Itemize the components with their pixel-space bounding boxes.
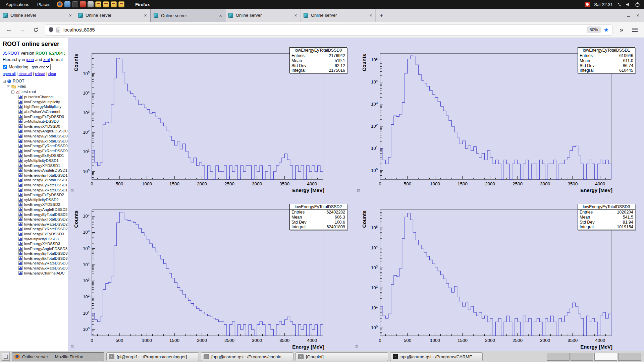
tree-item[interactable]: lowEnergyExTotalDSSD0 <box>18 138 65 143</box>
tab-close-icon[interactable]: × <box>144 13 147 18</box>
tree-item[interactable]: lowEnergyAngleEDSSD3 <box>18 246 65 251</box>
json-link[interactable]: json <box>26 57 34 62</box>
browser-tab[interactable]: Online server× <box>150 9 225 22</box>
tree-item[interactable]: lowEnergyExEyDSSD3 <box>18 232 65 237</box>
open-all-link[interactable]: open all <box>3 72 16 76</box>
tree-item[interactable]: lowEnergyExEyDSSD1 <box>18 153 65 158</box>
resize-handle[interactable] <box>357 189 360 192</box>
stats-box[interactable]: lowEnergyEyTotalDSSD1Entries610646Mean61… <box>578 47 635 73</box>
tree-item[interactable]: lowEnergyExTotalDSSD2 <box>18 217 65 222</box>
url-bar[interactable]: localhost:8085 80% ★ <box>45 24 612 36</box>
tree-item[interactable]: xyMultiplicityDSSD0 <box>18 119 65 124</box>
tree-item[interactable]: lowEnergyExRateDSSD0 <box>18 148 65 154</box>
browser-tab[interactable]: Online server× <box>75 9 150 22</box>
tree-item[interactable]: pulserVsChannel <box>18 95 65 100</box>
close-button[interactable]: × <box>636 13 639 18</box>
tree-item[interactable]: xyMultiplicityDSSD2 <box>18 197 65 202</box>
reload-button[interactable] <box>30 24 42 35</box>
tree-item[interactable]: lowEnergyAngleEDSSD0 <box>18 129 65 134</box>
tab-close-icon[interactable]: × <box>294 13 297 18</box>
launcher-icon[interactable] <box>80 1 86 7</box>
collapse-expander-icon[interactable]: − <box>11 90 14 94</box>
firefox-launcher-icon[interactable] <box>57 1 63 7</box>
tree-root-node[interactable]: − ROOT <box>3 78 65 84</box>
workspace-cell[interactable] <box>571 353 593 361</box>
tree-item[interactable]: lowEnergyXYDSSD0 <box>18 124 65 129</box>
applications-menu[interactable]: Applications <box>2 0 33 9</box>
minimize-button[interactable]: – <box>618 13 621 18</box>
app-menu-button[interactable] <box>629 24 641 35</box>
tree-item[interactable]: lowEnergyExEyDSSD2 <box>18 192 65 197</box>
tree-file-node[interactable]: − test.root <box>3 89 65 95</box>
taskbar-task[interactable]: Online server — Mozilla Firefox <box>12 352 104 361</box>
tree-item[interactable]: lowEnergyExTotalDSSD3 <box>18 256 65 261</box>
back-button[interactable]: ← <box>3 24 15 35</box>
tree-item[interactable]: highEnergyMultiplicity <box>18 104 65 109</box>
volume-icon[interactable] <box>626 2 631 7</box>
overflow-menu-button[interactable]: » <box>616 24 627 35</box>
close-all-link[interactable]: close all <box>19 72 32 76</box>
taskbar-task[interactable]: >_[Gnuplot] <box>296 352 388 361</box>
tree-item[interactable]: lowEnergyExRateDSSD3 <box>18 266 65 271</box>
page-info-icon[interactable] <box>56 27 60 33</box>
files-launcher-icon[interactable] <box>64 1 70 7</box>
power-icon[interactable] <box>635 2 640 7</box>
stats-box[interactable]: lowEnergyEyTotalDSSD2Entries62402282Mean… <box>289 204 347 230</box>
tree-item[interactable]: lowEnergyEyRateDSSD3 <box>18 261 65 266</box>
show-desktop-button[interactable] <box>2 353 10 361</box>
taskbar-task[interactable]: >_[pi@nnrpi1: ~/Programs/caenlogger] <box>106 352 199 361</box>
tracking-shield-icon[interactable] <box>49 27 53 33</box>
tree-item[interactable]: lowEnergyEyTotalDSSD0 <box>18 134 65 139</box>
tree-item[interactable]: lowEnergyExRateDSSD2 <box>18 227 65 232</box>
tree-item[interactable]: lowEnergyEyRateDSSD0 <box>18 143 65 148</box>
launcher-icon[interactable] <box>88 1 94 7</box>
histogram-panel[interactable]: 1001011021031041050500100015002000250030… <box>68 38 356 194</box>
workspace-cell[interactable] <box>618 353 641 361</box>
collapse-expander-icon[interactable]: − <box>7 85 10 88</box>
histogram-panel[interactable]: 1001011021031041050500100015002000250030… <box>356 38 644 194</box>
tree-item[interactable]: absPulserVsChannel <box>18 109 65 114</box>
places-menu[interactable]: Places <box>34 0 54 9</box>
resize-handle[interactable] <box>71 189 73 192</box>
new-tab-button[interactable]: + <box>376 9 387 22</box>
bookmark-star-icon[interactable]: ★ <box>604 26 609 34</box>
launcher-icon[interactable] <box>118 1 124 7</box>
tree-item[interactable]: lowEnergyXYDSSD3 <box>18 241 65 246</box>
tree-item[interactable]: lowEnergyExRateDSSD1 <box>18 187 65 192</box>
stats-box[interactable]: lowEnergyEyTotalDSSD0Entries2176942Mean5… <box>289 47 347 73</box>
tab-close-icon[interactable]: × <box>369 13 372 18</box>
terminal-launcher-icon[interactable] <box>72 1 78 7</box>
tree-item[interactable]: lowEnergyAngleEDSSD2 <box>18 207 65 212</box>
clear-link[interactable]: clear <box>48 72 56 76</box>
histogram-panel[interactable]: 1001011021031041051061070500100015002000… <box>68 194 356 351</box>
tree-item[interactable]: lowEnergyMultiplicity <box>18 100 65 105</box>
screen-record-indicator-icon[interactable] <box>585 2 590 7</box>
monitoring-checkbox[interactable] <box>3 65 7 69</box>
browser-tab[interactable]: Online server× <box>0 9 75 22</box>
tree-item[interactable]: lowEnergyChannelADC <box>18 270 65 276</box>
resize-handle[interactable] <box>71 345 73 348</box>
tree-item[interactable]: xyMultiplicityDSSD1 <box>18 158 65 163</box>
launcher-icon[interactable] <box>95 1 101 7</box>
xml-link[interactable]: xml <box>43 57 50 62</box>
launcher-icon[interactable] <box>103 1 109 7</box>
maximize-button[interactable] <box>627 14 630 17</box>
tree-item[interactable]: lowEnergyXYDSSD2 <box>18 202 65 207</box>
tree-item[interactable]: lowEnergyEyRateDSSD2 <box>18 222 65 227</box>
zoom-indicator[interactable]: 80% <box>587 26 601 33</box>
forward-button[interactable]: → <box>17 24 28 35</box>
workspace-cell[interactable] <box>547 353 570 361</box>
tree-folder-node[interactable]: − Files <box>3 84 65 89</box>
tab-close-icon[interactable]: × <box>69 13 72 18</box>
resize-handle[interactable] <box>356 345 358 348</box>
tree-item[interactable]: lowEnergyExTotalDSSD1 <box>18 178 65 183</box>
tree-item[interactable]: lowEnergyXYDSSD1 <box>18 163 65 168</box>
tree-item[interactable]: lowEnergyEyTotalDSSD1 <box>18 173 65 178</box>
network-icon[interactable] <box>617 2 622 7</box>
collapse-expander-icon[interactable]: − <box>3 80 6 83</box>
taskbar-task[interactable]: >_npg@carme-gsi:~/Programs/CARME... <box>390 352 483 361</box>
clock[interactable]: Sat 22:31 <box>594 2 613 7</box>
tree-item[interactable]: lowEnergyEyRateDSSD1 <box>18 183 65 188</box>
reload-link[interactable]: reload <box>35 72 45 76</box>
url-input[interactable]: localhost:8085 <box>63 27 95 33</box>
